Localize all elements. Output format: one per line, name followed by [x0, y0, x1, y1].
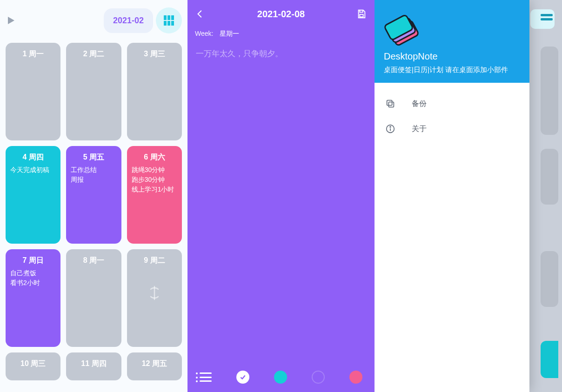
day-card-header: 10 周三 [10, 358, 56, 369]
day-card-body: 跳绳30分钟跑步30分钟线上学习1小时 [132, 165, 177, 194]
week-label: Week: [195, 30, 213, 37]
day-card-5[interactable]: 5 周五工作总结周报 [66, 146, 121, 244]
calendar-cards-grid: 1 周一2 周二3 周三4 周四今天完成初稿5 周五工作总结周报6 周六跳绳30… [6, 43, 182, 347]
day-card-header: 9 周二 [132, 255, 177, 266]
day-card-body: 工作总结周报 [71, 165, 116, 185]
info-icon [385, 123, 396, 134]
grid-icon [164, 15, 174, 26]
editor-title: 2021-02-08 [207, 9, 355, 20]
day-card-8[interactable]: 8 周一 [66, 249, 121, 347]
hamburger-icon [541, 14, 553, 20]
day-card-header: 4 周四 [10, 152, 56, 162]
color-white-button[interactable] [236, 371, 249, 384]
calendar-header: 2021-02 [6, 4, 182, 37]
day-card-6[interactable]: 6 周六跳绳30分钟跑步30分钟线上学习1小时 [127, 146, 182, 244]
day-card-header: 6 周六 [132, 152, 177, 162]
drawer-item-1[interactable]: 关于 [375, 116, 529, 141]
color-pink-button[interactable] [349, 371, 362, 384]
day-card-body: 自己煮饭看书2小时 [10, 268, 56, 288]
drawer-item-label: 备份 [412, 99, 427, 109]
day-card-9[interactable]: 9 周二 [127, 249, 182, 347]
drawer-header: DesktopNote 桌面便签|日历|计划 请在桌面添加小部件 [375, 0, 529, 83]
list-icon[interactable] [200, 372, 212, 382]
today-icon [145, 284, 164, 309]
drawer-panel: DesktopNote 桌面便签|日历|计划 请在桌面添加小部件 备份关于 [375, 0, 562, 392]
day-card-7[interactable]: 7 周日自己煮饭看书2小时 [6, 249, 60, 347]
svg-marker-0 [8, 17, 14, 24]
day-card-header: 2 周二 [71, 48, 116, 59]
app-logo-icon [384, 17, 426, 45]
drawer-item-label: 关于 [412, 124, 427, 134]
save-button[interactable] [355, 7, 368, 20]
day-card-body: 今天完成初稿 [10, 165, 56, 175]
day-card-header: 7 周日 [10, 255, 56, 266]
week-value: 星期一 [220, 30, 239, 37]
nav-drawer: DesktopNote 桌面便签|日历|计划 请在桌面添加小部件 备份关于 [375, 0, 529, 392]
day-card-10[interactable]: 10 周三 [6, 352, 60, 380]
svg-point-7 [390, 126, 391, 127]
view-grid-button[interactable] [156, 7, 182, 33]
editor-header: 2021-02-08 [187, 0, 375, 28]
back-button[interactable] [194, 7, 207, 20]
day-card-3[interactable]: 3 周三 [127, 43, 182, 140]
drawer-item-0[interactable]: 备份 [375, 91, 529, 116]
calendar-panel: 2021-02 1 周一2 周二3 周三4 周四今天完成初稿5 周五工作总结周报… [0, 0, 187, 392]
day-card-1[interactable]: 1 周一 [6, 43, 60, 140]
day-card-11[interactable]: 11 周四 [66, 352, 121, 380]
copy-icon [385, 98, 396, 109]
peek-card [541, 341, 558, 378]
svg-rect-4 [387, 100, 392, 106]
day-card-header: 12 周五 [132, 358, 177, 369]
calendar-cards-last-row: 10 周三11 周四12 周五 [6, 352, 182, 380]
day-card-header: 8 周一 [71, 255, 116, 266]
color-cyan-button[interactable] [274, 371, 287, 384]
day-card-header: 1 周一 [10, 48, 56, 59]
day-card-header: 3 周三 [132, 48, 177, 59]
color-outline-button[interactable] [312, 371, 325, 384]
day-card-4[interactable]: 4 周四今天完成初稿 [6, 146, 60, 244]
app-subtitle: 桌面便签|日历|计划 请在桌面添加小部件 [384, 66, 520, 74]
editor-panel: 2021-02-08 Week: 星期一 一万年太久，只争朝夕。 [187, 0, 375, 392]
svg-rect-3 [388, 102, 394, 107]
day-card-header: 11 周四 [71, 358, 116, 369]
editor-week-row: Week: 星期一 [187, 28, 375, 43]
day-card-header: 5 周五 [71, 152, 116, 162]
svg-rect-2 [360, 14, 363, 17]
day-card-2[interactable]: 2 周二 [66, 43, 121, 140]
editor-bottom-bar [187, 362, 375, 392]
drawer-menu: 备份关于 [375, 83, 529, 150]
day-card-12[interactable]: 12 周五 [127, 352, 182, 380]
editor-placeholder: 一万年太久，只争朝夕。 [196, 49, 283, 58]
month-picker[interactable]: 2021-02 [104, 8, 153, 33]
app-name: DesktopNote [384, 51, 520, 62]
play-icon[interactable] [6, 15, 17, 26]
note-editor[interactable]: 一万年太久，只争朝夕。 [187, 43, 375, 362]
